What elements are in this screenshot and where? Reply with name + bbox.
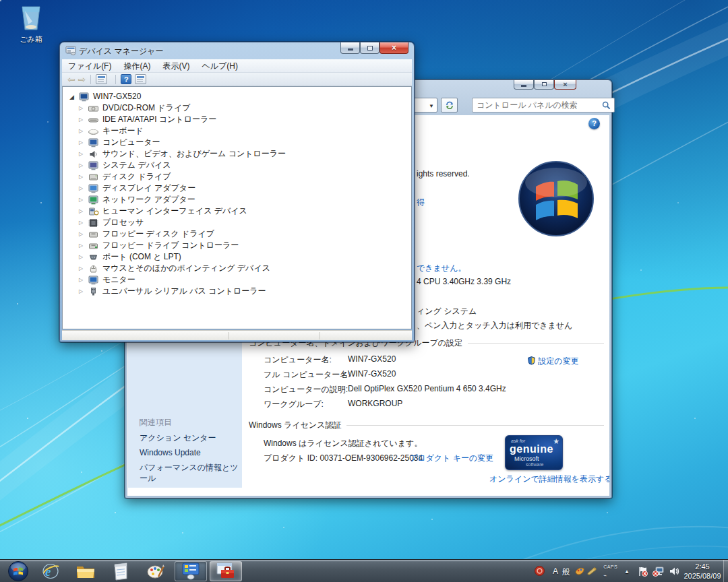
expand-arrow-icon[interactable]: ▷ bbox=[79, 105, 88, 111]
properties-toolbar-icon[interactable] bbox=[135, 74, 146, 84]
back-arrow-icon[interactable]: ⇦ bbox=[67, 73, 75, 86]
sidebar-link[interactable]: パフォーマンスの情報とツール bbox=[140, 462, 241, 484]
menu-item[interactable]: ファイル(F) bbox=[62, 59, 117, 73]
refresh-icon bbox=[445, 100, 454, 110]
recycle-bin-icon bbox=[19, 4, 43, 31]
system-minimize-button[interactable] bbox=[514, 80, 534, 90]
taskbar-paint-button[interactable] bbox=[140, 561, 172, 581]
ime-alpha-mode[interactable]: A bbox=[553, 567, 558, 576]
tree-item-label: ヒューマン インターフェイス デバイス bbox=[102, 205, 247, 217]
tray-app-icon[interactable] bbox=[535, 566, 545, 579]
tree-item[interactable]: ▷ ディスク ドライブ bbox=[79, 171, 411, 183]
dm-minimize-button[interactable] bbox=[340, 42, 360, 54]
refresh-button[interactable] bbox=[441, 98, 458, 112]
taskbar-ie-button[interactable]: e bbox=[34, 561, 67, 581]
expand-arrow-icon[interactable]: ▷ bbox=[79, 128, 88, 134]
tree-item[interactable]: ▷ ポート (COM と LPT) bbox=[79, 251, 411, 263]
tree-item[interactable]: ▷ DVD/CD-ROM ドライブ bbox=[79, 102, 411, 114]
control-panel-search[interactable] bbox=[472, 98, 615, 112]
expand-arrow-icon[interactable]: ▷ bbox=[79, 243, 88, 249]
expand-arrow-icon[interactable]: ▷ bbox=[79, 265, 88, 271]
address-dropdown-icon[interactable]: ▼ bbox=[429, 103, 434, 109]
taskbar-notepad-button[interactable] bbox=[104, 561, 137, 581]
show-desktop-button[interactable] bbox=[723, 560, 728, 582]
network-status-icon[interactable] bbox=[653, 566, 665, 579]
taskbar-explorer-button[interactable] bbox=[69, 561, 102, 581]
system-maximize-button[interactable] bbox=[534, 80, 554, 90]
dm-maximize-button[interactable] bbox=[360, 42, 380, 54]
expand-arrow-icon[interactable]: ▷ bbox=[79, 151, 88, 157]
tree-item[interactable]: ▷ ネットワーク アダプター bbox=[79, 194, 411, 205]
tree-item[interactable]: ▷ ユニバーサル シリアル バス コントローラー bbox=[79, 286, 411, 297]
tree-item-label: ディスク ドライブ bbox=[102, 171, 171, 183]
expand-arrow-icon[interactable]: ▷ bbox=[79, 117, 88, 123]
tree-item[interactable]: ▷ コンピューター bbox=[79, 137, 411, 148]
expand-arrow-icon[interactable]: ▷ bbox=[79, 254, 88, 260]
tree-item-label: ネットワーク アダプター bbox=[102, 194, 195, 205]
expand-arrow-icon[interactable]: ▷ bbox=[79, 174, 88, 180]
taskbar-clock[interactable]: 2:45 2025/08/09 bbox=[682, 562, 723, 581]
tree-item[interactable]: ▷ ヒューマン インターフェイス デバイス bbox=[79, 205, 411, 217]
system-close-button[interactable]: × bbox=[554, 80, 576, 90]
tree-root-item[interactable]: ◢ WIN7-GX520 bbox=[69, 91, 411, 102]
sidebar-link[interactable]: Windows Update bbox=[140, 447, 241, 458]
start-button[interactable] bbox=[5, 561, 31, 581]
help-toolbar-icon[interactable]: ? bbox=[121, 74, 131, 84]
tree-item[interactable]: ▷ キーボード bbox=[79, 125, 411, 137]
ime-dictionary-icon[interactable] bbox=[587, 566, 597, 578]
caps-button[interactable]: CAPS bbox=[603, 564, 617, 569]
genuine-microsoft-badge[interactable]: ★ ask for genuine Microsoft software bbox=[505, 435, 563, 470]
ime-caps-kana-buttons[interactable]: CAPS ⌁ KANA ▼ bbox=[603, 562, 617, 582]
hid-icon bbox=[88, 207, 99, 216]
dm-close-button[interactable]: × bbox=[380, 42, 408, 54]
menu-item[interactable]: ヘルプ(H) bbox=[195, 59, 244, 73]
taskbar-device-manager-button[interactable] bbox=[175, 561, 207, 581]
volume-icon[interactable] bbox=[669, 566, 679, 579]
show-hidden-icons-button[interactable]: ▲ bbox=[624, 569, 630, 575]
tree-item[interactable]: ▷ ディスプレイ アダプター bbox=[79, 183, 411, 194]
menu-item[interactable]: 表示(V) bbox=[156, 59, 195, 73]
tree-item[interactable]: ▷ フロッピー ディスク ドライブ bbox=[79, 228, 411, 240]
expand-arrow-icon[interactable]: ▷ bbox=[79, 231, 88, 237]
expand-arrow-icon[interactable]: ▷ bbox=[79, 185, 88, 191]
tree-item[interactable]: ▷ IDE ATA/ATAPI コントローラー bbox=[79, 114, 411, 125]
help-icon[interactable]: ? bbox=[588, 118, 600, 129]
action-center-icon[interactable] bbox=[637, 566, 648, 579]
collapse-arrow-icon[interactable]: ◢ bbox=[69, 94, 78, 100]
menu-item[interactable]: 操作(A) bbox=[117, 59, 156, 73]
info-value: WORKGROUP bbox=[348, 399, 402, 408]
expand-arrow-icon[interactable]: ▷ bbox=[79, 220, 88, 226]
change-product-key-link[interactable]: プロダクト キーの変更 bbox=[409, 453, 493, 464]
device-list-toolbar-icon[interactable] bbox=[96, 74, 107, 84]
tree-item[interactable]: ▷ フロッピー ドライブ コントローラー bbox=[79, 240, 411, 251]
experience-index-link-fragment[interactable]: できません。 bbox=[417, 263, 466, 274]
expand-arrow-icon[interactable]: ▷ bbox=[79, 277, 88, 283]
badge-line: ask for bbox=[511, 439, 525, 443]
device-manager-title: デバイス マネージャー bbox=[79, 46, 164, 57]
recycle-bin[interactable]: ごみ箱 bbox=[9, 4, 53, 44]
tree-item[interactable]: ▷ プロセッサ bbox=[79, 217, 411, 228]
tree-item[interactable]: ▷ システム デバイス bbox=[79, 160, 411, 171]
related-items-header: 関連項目 bbox=[140, 417, 172, 428]
sidebar-link[interactable]: アクション センター bbox=[140, 432, 241, 443]
expand-arrow-icon[interactable]: ▷ bbox=[79, 197, 88, 203]
tree-item[interactable]: ▷ サウンド、ビデオ、およびゲーム コントローラー bbox=[79, 148, 411, 160]
dvd-drive-icon bbox=[88, 104, 99, 113]
change-settings-link[interactable]: 設定の変更 bbox=[527, 356, 579, 367]
online-details-link[interactable]: オンラインで詳細情報を表示する... bbox=[489, 474, 609, 485]
ide-controller-icon bbox=[88, 115, 99, 125]
expand-arrow-icon[interactable]: ▷ bbox=[79, 162, 88, 168]
expand-arrow-icon[interactable]: ▷ bbox=[79, 208, 88, 214]
tree-item[interactable]: ▷ モニター bbox=[79, 274, 411, 286]
search-input[interactable] bbox=[477, 100, 597, 110]
windows-logo bbox=[517, 160, 595, 238]
expand-arrow-icon[interactable]: ▷ bbox=[79, 288, 88, 294]
tree-item[interactable]: ▷ マウスとそのほかのポインティング デバイス bbox=[79, 263, 411, 274]
get-more-features-link-fragment[interactable]: 得 bbox=[417, 197, 425, 208]
forward-arrow-icon[interactable]: ⇨ bbox=[78, 73, 86, 86]
expand-arrow-icon[interactable]: ▷ bbox=[79, 139, 88, 146]
taskbar-system-button[interactable] bbox=[210, 561, 242, 581]
ime-conversion-mode[interactable]: 般 bbox=[562, 567, 570, 578]
usb-icon bbox=[88, 287, 99, 296]
ime-pad-icon[interactable] bbox=[575, 566, 585, 578]
